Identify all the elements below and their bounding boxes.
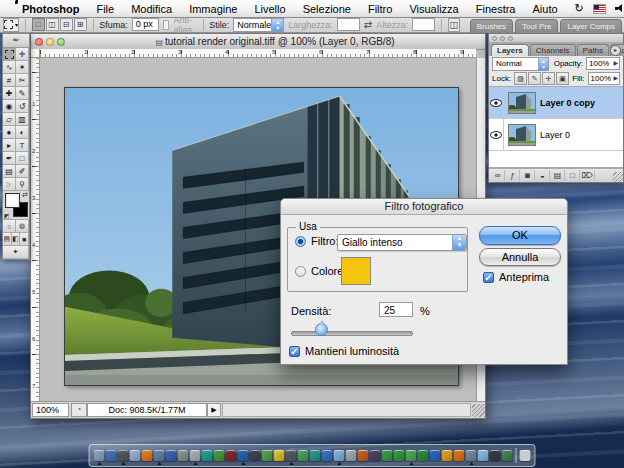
minimize-button[interactable] — [46, 38, 54, 46]
well-tab-layer-comps[interactable]: Layer Comps — [560, 19, 622, 33]
densita-slider-thumb[interactable] — [315, 323, 328, 336]
palette-tab-layers[interactable]: Layers — [491, 44, 529, 56]
tool-preset-picker[interactable]: ▾ — [3, 18, 19, 32]
horizontal-scrollbar[interactable] — [222, 403, 471, 417]
layer-style-icon[interactable]: ƒ — [506, 170, 520, 181]
dock-app-1[interactable] — [94, 450, 105, 461]
dock-app-11[interactable] — [214, 450, 225, 461]
layer-name[interactable]: Layer 0 copy — [540, 98, 595, 108]
mantieni-checkbox[interactable]: ✓ — [289, 346, 300, 357]
palette-titlebar[interactable] — [489, 34, 623, 43]
dock-app-23[interactable] — [358, 450, 369, 461]
link-icon[interactable]: ∞ — [491, 170, 505, 181]
dock-app-4[interactable] — [130, 450, 141, 461]
crop-tool[interactable]: # — [3, 74, 16, 87]
new-selection-icon[interactable]: □ — [32, 18, 45, 31]
go-to-bridge-button[interactable]: ◫ — [448, 18, 460, 32]
dock-app-9[interactable] — [190, 450, 201, 461]
adobe-feather-icon[interactable]: ✒ — [3, 34, 29, 48]
sync-icon[interactable]: ↻ — [575, 3, 584, 14]
menu-item-selezione[interactable]: Selezione — [303, 3, 351, 15]
status-info-icon[interactable]: ◔ — [71, 403, 87, 417]
ok-button[interactable]: OK — [479, 226, 561, 245]
standard-screen-icon[interactable]: ▤ — [3, 233, 12, 246]
menu-item-file[interactable]: File — [96, 3, 114, 15]
history-brush-tool[interactable]: ↺ — [16, 100, 29, 113]
palette-zoom-button[interactable] — [508, 36, 513, 41]
dock-app-5[interactable] — [142, 450, 153, 461]
add-selection-icon[interactable]: ◫ — [46, 18, 59, 31]
magic-wand-tool[interactable]: ✶ — [16, 61, 29, 74]
filtro-radio[interactable] — [295, 236, 306, 247]
hand-tool[interactable]: ☞ — [3, 178, 16, 191]
path-selection-tool[interactable]: ▸ — [3, 139, 16, 152]
resize-grip[interactable] — [472, 404, 485, 417]
shape-tool[interactable]: □ — [16, 152, 29, 165]
gradient-tool[interactable]: ▥ — [16, 113, 29, 126]
dock-app-17[interactable] — [286, 450, 297, 461]
healing-brush-tool[interactable]: ✚ — [3, 87, 16, 100]
document-titlebar[interactable]: ▤tutorial render original.tiff @ 100% (L… — [31, 34, 485, 50]
dock-app-24[interactable] — [370, 450, 381, 461]
standard-mode-icon[interactable]: ○ — [3, 220, 16, 233]
type-tool[interactable]: T — [16, 139, 29, 152]
fullscreen-menubar-icon[interactable]: ◧ — [12, 233, 21, 246]
lock-all-icon[interactable]: ▣ — [556, 72, 569, 85]
blur-tool[interactable]: ● — [3, 126, 16, 139]
menu-item-livello[interactable]: Livello — [254, 3, 285, 15]
delete-layer-icon[interactable]: ⌦ — [581, 170, 595, 181]
layer-mask-icon[interactable]: ◙ — [521, 170, 535, 181]
eyedropper-tool[interactable]: ✐ — [16, 165, 29, 178]
dock-app-29[interactable] — [430, 450, 441, 461]
feather-input[interactable]: 0 px — [132, 18, 159, 31]
blend-mode-popup[interactable]: Normal▲▼ — [492, 57, 549, 71]
input-language-flag-icon[interactable] — [593, 4, 606, 14]
palette-tab-channels[interactable]: Channels — [530, 44, 576, 56]
antialias-checkbox[interactable] — [163, 20, 170, 30]
well-tab-brushes[interactable]: Brushes — [470, 19, 513, 33]
doc-size-info[interactable]: Doc: 908.5K/1.77M — [87, 403, 207, 417]
menu-item-visualizza[interactable]: Visualizza — [409, 3, 458, 15]
dock-app-20[interactable] — [322, 450, 333, 461]
menu-item-filtro[interactable]: Filtro — [368, 3, 392, 15]
dock-app-19[interactable] — [310, 450, 321, 461]
dock-app-16[interactable] — [274, 450, 285, 461]
adjustment-layer-icon[interactable]: ◒ — [536, 170, 550, 181]
layer-row-layer0copy[interactable]: Layer 0 copy — [489, 87, 623, 119]
anteprima-checkbox[interactable]: ✓ — [483, 272, 494, 283]
clone-stamp-tool[interactable]: ◉ — [3, 100, 16, 113]
trash-icon[interactable] — [520, 450, 531, 461]
quick-mask-mode-icon[interactable]: ◍ — [16, 220, 29, 233]
volume-icon[interactable] — [615, 4, 624, 13]
densita-input[interactable]: 25 — [379, 302, 413, 317]
fullscreen-icon[interactable]: ■ — [20, 233, 29, 246]
fill-value[interactable]: 100%▶ — [588, 72, 620, 85]
new-layer-icon[interactable]: □ — [566, 170, 580, 181]
dock-app-26[interactable] — [394, 450, 405, 461]
dock-app-3[interactable] — [118, 450, 129, 461]
layer-name[interactable]: Layer 0 — [540, 130, 570, 140]
annulla-button[interactable]: Annulla — [479, 248, 561, 266]
dock-app-34[interactable] — [490, 450, 501, 461]
dock-app-8[interactable] — [178, 450, 189, 461]
rectangular-marquee-tool[interactable] — [3, 48, 16, 61]
swap-dimensions-icon[interactable]: ⇄ — [364, 19, 372, 30]
menu-item-aiuto[interactable]: Aiuto — [532, 3, 557, 15]
dock-app-13[interactable] — [238, 450, 249, 461]
imageready-button[interactable]: ✦ — [3, 246, 29, 259]
lock-transparency-icon[interactable]: ▨ — [514, 72, 527, 85]
style-popup[interactable]: Normale▲▼ — [233, 18, 284, 32]
height-input[interactable] — [412, 18, 435, 31]
colore-radio[interactable] — [295, 266, 306, 277]
dock-app-28[interactable] — [418, 450, 429, 461]
notes-tool[interactable]: ▤ — [3, 165, 16, 178]
width-input[interactable] — [337, 18, 360, 31]
dock-app-30[interactable] — [442, 450, 453, 461]
dock-app-22[interactable] — [346, 450, 357, 461]
dock-app-21[interactable] — [334, 450, 345, 461]
default-colors-icon[interactable]: ◩ — [4, 212, 10, 219]
layer-group-icon[interactable]: ▤ — [551, 170, 565, 181]
dock-app-27[interactable] — [406, 450, 417, 461]
color-swatch[interactable] — [341, 257, 371, 285]
well-tab-tool-pre[interactable]: Tool Pre — [515, 19, 558, 33]
